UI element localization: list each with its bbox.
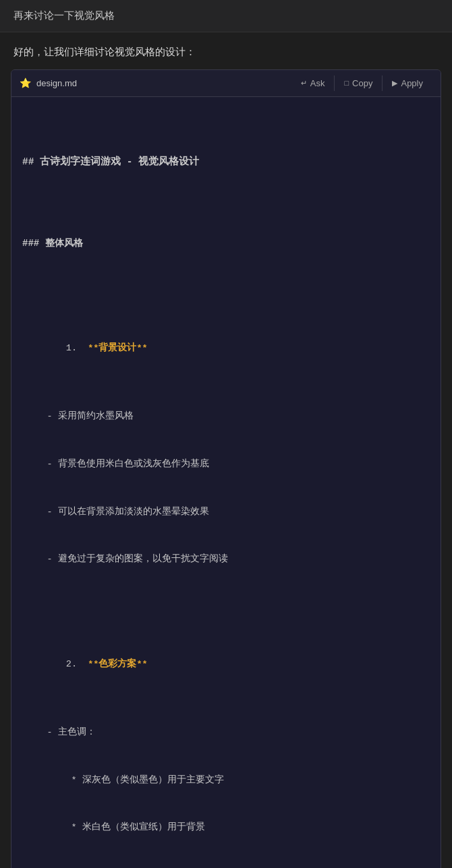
ask-label: Ask	[310, 78, 325, 88]
file-card-actions: ↵ Ask □ Copy ▶ Apply	[291, 75, 432, 91]
copy-button[interactable]: □ Copy	[334, 75, 382, 91]
item-1-number: 1.	[66, 343, 88, 353]
apply-icon: ▶	[392, 79, 397, 88]
item-2-number: 2.	[66, 659, 88, 669]
apply-button[interactable]: ▶ Apply	[382, 75, 432, 91]
ask-button[interactable]: ↵ Ask	[291, 75, 335, 91]
page-container: 再来讨论一下视觉风格 好的，让我们详细讨论视觉风格的设计： ⭐ design.m…	[0, 0, 452, 868]
file-content: ## 古诗划字连词游戏 - 视觉风格设计 ### 整体风格 1. **背景设计*…	[11, 97, 441, 869]
copy-icon: □	[344, 79, 349, 87]
apply-label: Apply	[401, 78, 423, 88]
title-bar: 再来讨论一下视觉风格	[0, 0, 452, 32]
item-2-sub1-label: - 主色调：	[22, 724, 430, 741]
ask-icon: ↵	[301, 79, 307, 88]
item-1-header: 1. **背景设计**	[22, 325, 430, 373]
item-2-header: 2. **色彩方案**	[22, 641, 430, 689]
item-1-bullet-4: - 避免过于复杂的图案，以免干扰文字阅读	[22, 551, 430, 567]
item-1-bullet-1: - 采用简约水墨风格	[22, 408, 430, 425]
chat-message: 好的，让我们详细讨论视觉风格的设计：	[0, 32, 452, 69]
content-h2: ## 古诗划字连词游戏 - 视觉风格设计	[22, 154, 430, 170]
file-icon: ⭐	[20, 78, 31, 88]
copy-label: Copy	[352, 78, 372, 88]
item-2-sub1-star2: * 米白色（类似宣纸）用于背景	[22, 819, 430, 836]
chat-text: 好的，让我们详细讨论视觉风格的设计：	[13, 46, 196, 57]
content-h3-overall: ### 整体风格	[22, 235, 430, 252]
item-1-bullet-2: - 背景色使用米白色或浅灰色作为基底	[22, 456, 430, 472]
file-card-header: ⭐ design.md ↵ Ask □ Copy ▶ Apply	[11, 70, 441, 97]
file-name: design.md	[36, 78, 77, 88]
item-2-sub1-star1: * 深灰色（类似墨色）用于主要文字	[22, 772, 430, 788]
item-1-label: **背景设计**	[88, 343, 147, 353]
item-2-label: **色彩方案**	[88, 659, 147, 669]
item-1-bullet-3: - 可以在背景添加淡淡的水墨晕染效果	[22, 504, 430, 520]
file-card: ⭐ design.md ↵ Ask □ Copy ▶ Apply #	[11, 69, 441, 869]
title-bar-text: 再来讨论一下视觉风格	[13, 9, 115, 21]
file-card-left: ⭐ design.md	[20, 78, 77, 88]
